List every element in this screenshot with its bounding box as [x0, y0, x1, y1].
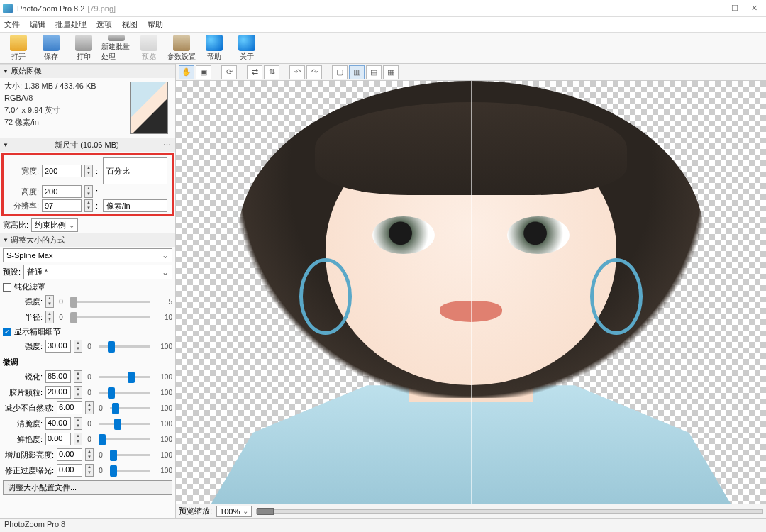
height-spinner[interactable]: ▲▼: [84, 185, 93, 198]
preset-select[interactable]: 普通 *: [23, 265, 172, 279]
original-thumbnail[interactable]: [130, 82, 168, 134]
toolbar-关于[interactable]: 关于: [231, 34, 262, 62]
tool-flip-h-icon[interactable]: ⇄: [247, 65, 262, 79]
slider-track-1[interactable]: [99, 392, 150, 394]
menu-view[interactable]: 视图: [122, 19, 138, 30]
toolbar-帮助[interactable]: 帮助: [199, 34, 230, 62]
detail-strength-slider[interactable]: [99, 345, 150, 348]
tool-hand-icon[interactable]: ✋: [179, 65, 194, 79]
slider-label-5: 增加阴影亮度:: [3, 450, 54, 460]
slider-label-2: 减少不自然感:: [3, 403, 54, 414]
view-split-h-icon[interactable]: ▤: [366, 65, 382, 79]
slider-spinner-4[interactable]: ▲▼: [74, 433, 82, 445]
original-dims: 7.04 x 9.94 英寸: [4, 104, 130, 116]
unsharp-mask-checkbox[interactable]: 钝化滤罩: [0, 280, 175, 294]
width-input[interactable]: 200: [42, 165, 82, 177]
res-spinner[interactable]: ▲▼: [84, 199, 93, 212]
slider-value-5[interactable]: 0.00: [57, 448, 82, 461]
unsharp-strength-label: 强度:: [3, 297, 43, 307]
view-single-icon[interactable]: ▢: [332, 65, 348, 79]
i-open-icon: [10, 35, 27, 51]
zoom-slider[interactable]: [256, 509, 763, 514]
original-mode: RGBA/8: [4, 92, 130, 104]
res-input[interactable]: 97: [42, 199, 82, 212]
detail-strength-spinner[interactable]: ▲▼: [74, 340, 82, 353]
maximize-button[interactable]: ☐: [731, 4, 738, 13]
tool-rotate-icon[interactable]: ⟳: [221, 65, 237, 79]
tool-redo-icon[interactable]: ↷: [306, 65, 322, 79]
slider-track-3[interactable]: [99, 423, 150, 425]
main-toolbar: 打开保存打印新建批量处理预览参数设置帮助关于: [0, 33, 766, 64]
toolbar-参数设置[interactable]: 参数设置: [166, 34, 197, 62]
slider-spinner-0[interactable]: ▲▼: [74, 370, 82, 383]
preview-canvas[interactable]: [176, 81, 766, 504]
slider-value-6[interactable]: 0.00: [57, 464, 82, 477]
i-param-icon: [173, 35, 190, 51]
slider-spinner-1[interactable]: ▲▼: [74, 386, 82, 399]
app-icon: [3, 4, 13, 13]
title-bar: PhotoZoom Pro 8.2 [79.png] — ☐ ✕: [0, 0, 766, 17]
menu-edit[interactable]: 编辑: [30, 19, 45, 30]
resize-method-header[interactable]: 调整大小的方式: [0, 233, 175, 247]
menu-options[interactable]: 选项: [96, 19, 112, 30]
slider-track-5[interactable]: [110, 454, 150, 456]
split-divider[interactable]: [471, 81, 472, 504]
slider-label-6: 修正过度曝光:: [3, 465, 54, 476]
close-button[interactable]: ✕: [751, 4, 757, 13]
slider-spinner-6[interactable]: ▲▼: [85, 464, 94, 477]
original-size: 大小: 1.38 MB / 433.46 KB: [4, 80, 130, 92]
minimize-button[interactable]: —: [711, 4, 718, 13]
zoom-select[interactable]: 100%: [216, 506, 252, 517]
slider-label-1: 胶片颗粒:: [3, 387, 43, 398]
slider-track-0[interactable]: [99, 376, 150, 378]
resize-config-button[interactable]: 调整大小配置文件...: [3, 480, 172, 495]
menu-batch[interactable]: 批量处理: [55, 19, 87, 30]
slider-value-3[interactable]: 40.00: [45, 417, 71, 430]
slider-track-4[interactable]: [99, 438, 150, 440]
newsize-section-header[interactable]: 新尺寸 (10.06 MB)⋯: [0, 138, 175, 152]
app-title: PhotoZoom Pro 8.2: [17, 4, 84, 13]
slider-value-1[interactable]: 20.00: [45, 386, 71, 399]
slider-label-3: 清脆度:: [3, 419, 43, 429]
zoom-label: 预览缩放:: [179, 506, 212, 516]
menu-file[interactable]: 文件: [4, 19, 20, 30]
res-unit-select[interactable]: 像素/in: [103, 199, 167, 212]
slider-spinner-2[interactable]: ▲▼: [85, 401, 94, 414]
show-detail-checkbox[interactable]: ✓显示精细细节: [0, 325, 175, 338]
document-name: [79.png]: [87, 4, 116, 13]
unsharp-radius-spinner[interactable]: ▲▼: [45, 311, 54, 323]
height-input[interactable]: 200: [42, 185, 82, 198]
unsharp-radius-label: 半径:: [3, 312, 43, 323]
slider-track-2[interactable]: [110, 407, 150, 409]
unsharp-strength-slider[interactable]: [70, 301, 150, 303]
toolbar-打印[interactable]: 打印: [68, 34, 99, 62]
wh-unit-select[interactable]: 百分比: [103, 157, 167, 184]
toolbar-保存[interactable]: 保存: [35, 34, 67, 62]
slider-spinner-3[interactable]: ▲▼: [74, 417, 82, 430]
slider-label-4: 鲜艳度:: [3, 434, 43, 445]
slider-spinner-5[interactable]: ▲▼: [85, 448, 94, 461]
i-prev-icon: [140, 35, 157, 51]
toolbar-打开[interactable]: 打开: [3, 34, 34, 62]
slider-value-2[interactable]: 6.00: [57, 401, 82, 414]
tool-undo-icon[interactable]: ↶: [289, 65, 305, 79]
unsharp-strength-spinner[interactable]: ▲▼: [45, 295, 54, 308]
menu-help[interactable]: 帮助: [148, 19, 163, 30]
aspect-select[interactable]: 约束比例: [31, 218, 78, 232]
method-select[interactable]: S-Spline Max: [3, 248, 172, 262]
newsize-highlight-box: 宽度: 200 ▲▼: 百分比 高度: 200 ▲▼: 分辨率: 97 ▲▼: …: [1, 153, 174, 216]
toolbar-新建批量处理[interactable]: 新建批量处理: [101, 34, 132, 62]
detail-strength-input[interactable]: 30.00: [45, 340, 71, 353]
slider-track-6[interactable]: [110, 470, 150, 472]
slider-value-0[interactable]: 85.00: [45, 370, 71, 383]
zoom-bar: 预览缩放: 100%: [176, 504, 766, 518]
status-bar: PhotoZoom Pro 8: [0, 518, 766, 532]
view-split-v-icon[interactable]: ▥: [349, 65, 365, 79]
tool-crop-icon[interactable]: ▣: [196, 65, 211, 79]
tool-flip-v-icon[interactable]: ⇅: [264, 65, 279, 79]
slider-value-4[interactable]: 0.00: [45, 433, 71, 445]
view-grid-icon[interactable]: ▦: [383, 65, 399, 79]
width-spinner[interactable]: ▲▼: [84, 165, 93, 177]
unsharp-radius-slider[interactable]: [70, 316, 150, 318]
original-section-header[interactable]: 原始图像: [0, 64, 175, 78]
